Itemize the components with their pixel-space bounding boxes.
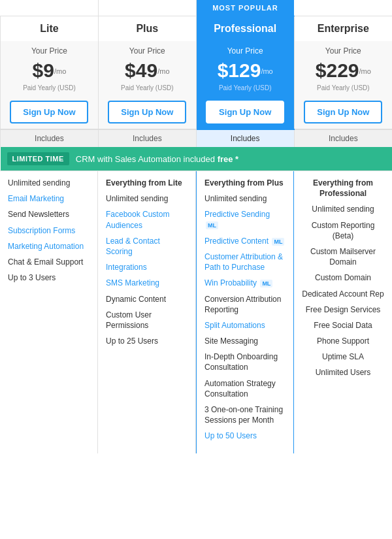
plus-btn-cell: Sign Up Now <box>98 95 196 129</box>
plus-features: Everything from Lite Unlimited sending F… <box>98 171 196 453</box>
plus-your-price: Your Price <box>98 41 196 57</box>
pro-features: Everything from Plus Unlimited sending P… <box>196 171 294 453</box>
ml-badge-1: ML <box>206 221 218 229</box>
pro-feature-9: In-Depth Onboarding Consultation <box>204 351 286 372</box>
your-price-row: Your Price Your Price Your Price Your Pr… <box>1 41 393 57</box>
plus-feature-7: Custom User Permissions <box>106 310 188 331</box>
plus-per: /mo <box>157 67 169 75</box>
pro-feature-6: Conversion Attribution Reporting <box>204 294 286 315</box>
lite-feature-6: Chat & Email Support <box>8 257 90 267</box>
ent-features: Everything from Professional Unlimited s… <box>294 171 392 453</box>
limited-time-cell: LIMITED TIME CRM with Sales Automation i… <box>1 147 393 171</box>
btn-row: Sign Up Now Sign Up Now Sign Up Now Sign… <box>1 95 393 129</box>
lite-feature-4[interactable]: Subscription Forms <box>8 225 90 236</box>
ent-includes: Includes <box>294 129 392 147</box>
pricing-table: MOST POPULAR Lite Plus Professional Ente… <box>0 0 392 453</box>
plus-price: $49 <box>125 59 157 81</box>
limited-time-text: CRM with Sales Automation included free … <box>76 154 238 164</box>
ent-feature-10: Unlimited Users <box>302 367 384 378</box>
ent-feature-8: Phone Support <box>302 336 384 346</box>
lite-includes: Includes <box>1 129 99 147</box>
ent-price-cell: $229/mo <box>294 57 392 84</box>
pro-btn-cell: Sign Up Now <box>196 95 294 129</box>
plus-feature-5[interactable]: SMS Marketing <box>106 278 188 288</box>
plus-price-cell: $49/mo <box>98 57 196 84</box>
pro-your-price: Your Price <box>196 41 294 57</box>
limited-time-row: LIMITED TIME CRM with Sales Automation i… <box>1 147 393 171</box>
ent-feature-7: Free Social Data <box>302 320 384 331</box>
ent-your-price: Your Price <box>294 41 392 57</box>
ent-feature-4: Custom Domain <box>302 272 384 283</box>
ent-yearly: Paid Yearly (USD) <box>294 84 392 95</box>
most-popular-row: MOST POPULAR <box>1 0 393 16</box>
pro-feature-4[interactable]: Customer Attribution & Path to Purchase <box>204 252 286 272</box>
lite-feature-3: Send Newsletters <box>8 209 90 220</box>
pro-feature-11: 3 One-on-one Training Sessions per Month <box>204 404 286 425</box>
plus-feature-8: Up to 25 Users <box>106 336 188 346</box>
pro-feature-12[interactable]: Up to 50 Users <box>204 431 286 441</box>
ent-feature-5: Dedicated Account Rep <box>302 289 384 299</box>
plus-feature-4[interactable]: Integrations <box>106 262 188 272</box>
lite-signup-button[interactable]: Sign Up Now <box>10 101 88 123</box>
lite-price-cell: $9/mo <box>1 57 99 84</box>
plus-feature-6: Dynamic Content <box>106 294 188 304</box>
most-popular-banner: MOST POPULAR <box>197 0 294 16</box>
plus-feature-1: Unlimited sending <box>106 193 188 204</box>
pro-price-cell: $129/mo <box>196 57 294 84</box>
plus-heading: Everything from Lite <box>106 178 188 188</box>
plus-feature-2[interactable]: Facebook Custom Audiences <box>106 209 188 230</box>
pro-yearly: Paid Yearly (USD) <box>196 84 294 95</box>
ent-feature-9: Uptime SLA <box>302 351 384 362</box>
ml-badge-2: ML <box>272 238 284 246</box>
lite-btn-cell: Sign Up Now <box>1 95 99 129</box>
lite-feature-2[interactable]: Email Marketing <box>8 193 90 204</box>
ent-feature-1: Unlimited sending <box>302 204 384 214</box>
lite-features: Unlimited sending Email Marketing Send N… <box>0 171 98 453</box>
features-area: Unlimited sending Email Marketing Send N… <box>0 171 392 453</box>
pro-signup-button[interactable]: Sign Up Now <box>206 101 284 123</box>
plus-feature-3[interactable]: Lead & Contact Scoring <box>106 236 188 257</box>
pro-includes: Includes <box>196 129 294 147</box>
lite-feature-7: Up to 3 Users <box>8 272 90 283</box>
lite-per: /mo <box>54 67 66 75</box>
lite-feature-1: Unlimited sending <box>8 178 90 188</box>
pro-plan-name: Professional <box>196 16 294 42</box>
lite-yearly: Paid Yearly (USD) <box>1 84 99 95</box>
lite-plan-name: Lite <box>1 16 99 42</box>
ent-per: /mo <box>359 67 371 75</box>
plus-signup-button[interactable]: Sign Up Now <box>108 101 186 123</box>
ent-signup-button[interactable]: Sign Up Now <box>304 101 382 123</box>
ent-plan-name: Enterprise <box>294 16 392 42</box>
ent-heading: Everything from Professional <box>302 178 384 199</box>
ent-feature-2: Custom Reporting (Beta) <box>302 220 384 241</box>
plan-name-row: Lite Plus Professional Enterprise <box>1 16 393 42</box>
pro-feature-3[interactable]: Predictive Content ML <box>204 236 286 246</box>
ml-badge-3: ML <box>260 280 272 287</box>
lite-price: $9 <box>33 59 54 81</box>
plus-plan-name: Plus <box>98 16 196 42</box>
pro-price: $129 <box>218 59 261 81</box>
limited-time-banner: LIMITED TIME CRM with Sales Automation i… <box>1 147 393 171</box>
price-row: $9/mo $49/mo $129/mo $229/mo <box>1 57 393 84</box>
ent-feature-3: Custom Mailserver Domain <box>302 246 384 267</box>
ent-price: $229 <box>316 59 359 81</box>
lite-feature-5[interactable]: Marketing Automation <box>8 241 90 252</box>
pro-feature-8: Site Messaging <box>204 336 286 346</box>
pro-heading: Everything from Plus <box>204 178 286 188</box>
ent-feature-6: Free Design Services <box>302 304 384 315</box>
includes-row: Includes Includes Includes Includes <box>1 129 393 147</box>
pro-feature-10: Automation Strategy Consultation <box>204 378 286 399</box>
pro-feature-1: Unlimited sending <box>204 193 286 204</box>
yearly-row: Paid Yearly (USD) Paid Yearly (USD) Paid… <box>1 84 393 95</box>
pro-feature-5[interactable]: Win Probability ML <box>204 278 286 288</box>
limited-time-label: LIMITED TIME <box>7 152 69 165</box>
plus-yearly: Paid Yearly (USD) <box>98 84 196 95</box>
ent-btn-cell: Sign Up Now <box>294 95 392 129</box>
pro-per: /mo <box>261 67 272 75</box>
plus-includes: Includes <box>98 129 196 147</box>
pro-feature-7[interactable]: Split Automations <box>204 320 286 331</box>
lite-your-price: Your Price <box>1 41 99 57</box>
pro-feature-2[interactable]: Predictive Sending ML <box>204 209 286 230</box>
